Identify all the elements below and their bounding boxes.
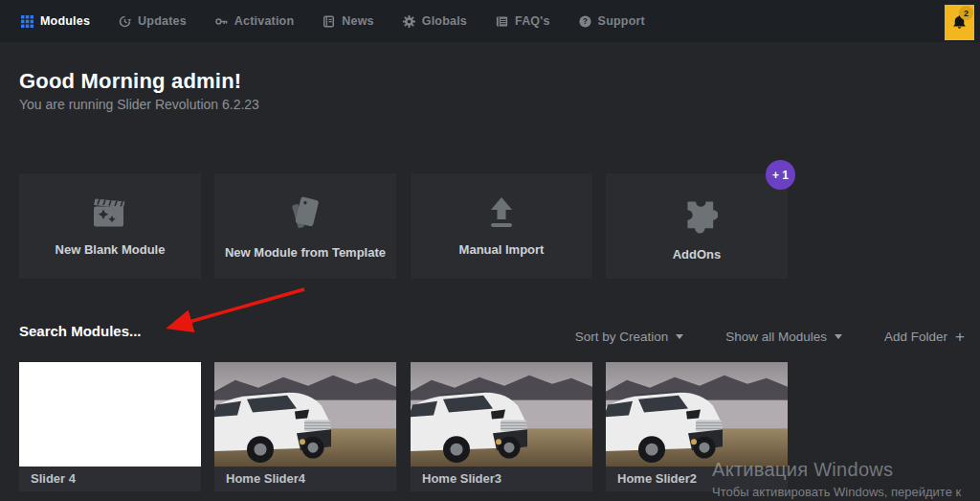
action-card-label: AddOns [673, 247, 722, 262]
sort-by-label: Sort by Creation [575, 330, 669, 344]
clapperboard-icon [91, 196, 129, 229]
module-name: Home Slider3 [411, 467, 592, 491]
version-text: You are running Slider Revolution 6.2.23 [19, 97, 259, 112]
notifications-button[interactable]: 2 [945, 5, 974, 40]
updates-icon [119, 15, 131, 28]
module-thumbnail-car [214, 362, 396, 467]
manual-import-card[interactable]: Manual Import [411, 173, 592, 279]
sort-by-dropdown[interactable]: Sort by Creation [575, 330, 684, 344]
nav-item-globals[interactable]: Globals [403, 14, 467, 28]
addons-count-badge[interactable]: + 1 [766, 160, 795, 190]
addons-card[interactable]: AddOns [606, 173, 788, 279]
chevron-down-icon [835, 334, 842, 339]
nav-label-modules: Modules [40, 14, 90, 28]
svg-text:?: ? [582, 16, 587, 26]
action-card-label: Manual Import [459, 242, 545, 257]
notification-count-badge: 2 [959, 6, 973, 20]
show-modules-label: Show all Modules [725, 330, 827, 344]
nav-item-modules[interactable]: Modules [21, 14, 90, 28]
new-module-from-template-card[interactable]: New Module from Template [214, 173, 396, 279]
puzzle-icon [676, 192, 718, 234]
nav-item-activation[interactable]: Activation [215, 14, 294, 28]
nav-label-faqs: FAQ's [515, 14, 550, 28]
nav-label-activation: Activation [234, 14, 294, 28]
module-thumbnail-car [411, 362, 592, 467]
library-controls: Sort by Creation Show all Modules Add Fo… [575, 329, 965, 345]
module-name: Home Slider2 [606, 467, 788, 491]
nav-label-updates: Updates [138, 14, 187, 28]
module-card-home-slider4[interactable]: Home Slider4 [214, 362, 396, 491]
module-card-slider4[interactable]: Slider 4 [19, 362, 201, 491]
nav-item-support[interactable]: ? Support [579, 14, 645, 28]
module-name: Home Slider4 [214, 467, 396, 491]
nav-label-support: Support [598, 14, 645, 28]
module-card-home-slider3[interactable]: Home Slider3 [411, 362, 592, 491]
nav-label-news: News [342, 14, 373, 28]
module-thumbnail-blank [19, 362, 201, 467]
new-blank-module-card[interactable]: New Blank Module [19, 173, 201, 279]
add-folder-button[interactable]: Add Folder + [884, 329, 965, 345]
main-nav: Modules Updates Activation News [21, 14, 645, 28]
module-card-home-slider2[interactable]: Home Slider2 [606, 362, 788, 491]
gear-icon [403, 15, 415, 28]
show-modules-dropdown[interactable]: Show all Modules [725, 330, 842, 344]
chevron-down-icon [676, 334, 683, 339]
page-title: Good Morning admin! [19, 69, 241, 94]
news-icon [323, 15, 335, 28]
action-card-label: New Blank Module [56, 242, 166, 257]
support-icon: ? [579, 15, 591, 28]
plus-icon: + [955, 329, 965, 345]
grid-icon [21, 15, 33, 28]
nav-item-updates[interactable]: Updates [119, 14, 187, 28]
faq-icon [496, 15, 508, 28]
upload-icon [484, 196, 519, 229]
nav-label-globals: Globals [422, 14, 467, 28]
template-cards-icon [286, 194, 324, 232]
add-folder-label: Add Folder [884, 330, 947, 344]
action-card-label: New Module from Template [225, 245, 386, 260]
key-icon [215, 15, 228, 28]
top-navigation-bar: Modules Updates Activation News [0, 0, 980, 42]
module-name: Slider 4 [19, 467, 201, 491]
nav-item-news[interactable]: News [323, 14, 373, 28]
search-modules-input[interactable] [19, 318, 239, 343]
module-thumbnail-car [606, 362, 788, 467]
nav-item-faqs[interactable]: FAQ's [496, 14, 550, 28]
